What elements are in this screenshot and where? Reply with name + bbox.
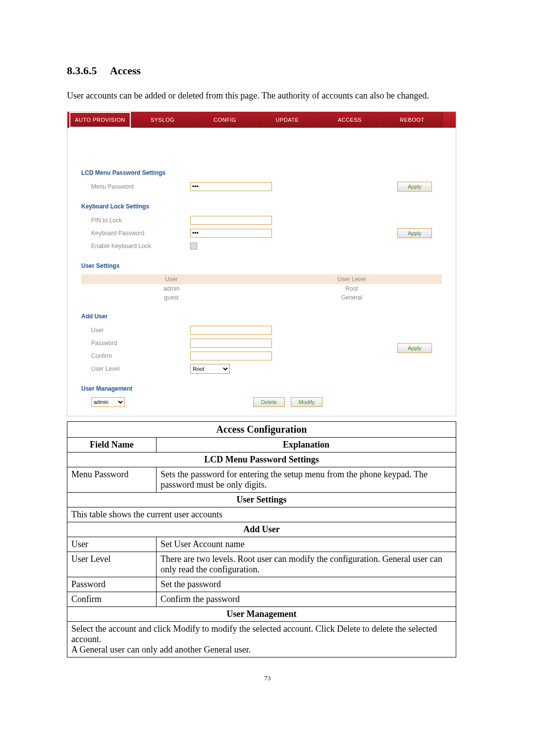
tab-reboot[interactable]: REBOOT bbox=[381, 112, 443, 128]
add-user-password-row: Password Apply bbox=[91, 338, 442, 349]
user-settings-table: User User Level admin Root guest General bbox=[81, 274, 442, 302]
enable-keyboard-lock-row: Enable Keyboard Lock bbox=[91, 241, 442, 252]
kbl-section-title: Keyboard Lock Settings bbox=[81, 203, 442, 210]
enable-keyboard-lock-checkbox[interactable] bbox=[190, 243, 197, 250]
cfg-full-row: This table shows the current user accoun… bbox=[67, 507, 456, 522]
tab-access[interactable]: ACCESS bbox=[319, 112, 380, 128]
user-management-title: User Management bbox=[81, 385, 442, 392]
keyboard-password-row: Keyboard Password Apply bbox=[91, 228, 442, 239]
tab-bar: AUTO PROVISION SYSLOG CONFIG UPDATE ACCE… bbox=[67, 112, 456, 128]
keyboard-password-label: Keyboard Password bbox=[91, 230, 190, 237]
user-management-row: admin Delete Modify bbox=[91, 397, 442, 407]
lcd-section-title: LCD Menu Password Settings bbox=[81, 169, 442, 176]
pin-row: PIN to Lock bbox=[91, 215, 442, 226]
pin-label: PIN to Lock bbox=[91, 217, 190, 224]
add-user-level-select[interactable]: Root bbox=[190, 364, 230, 374]
cfg-header-explanation: Explanation bbox=[157, 438, 456, 453]
add-user-user-input[interactable] bbox=[190, 326, 272, 335]
cfg-caption: Access Configuration bbox=[67, 422, 456, 438]
cfg-section: User Management bbox=[67, 607, 456, 622]
user-settings-title: User Settings bbox=[81, 262, 442, 269]
cfg-text-line: Select the account and click Modify to m… bbox=[71, 624, 437, 644]
section-heading: 8.3.6.5 Access bbox=[67, 64, 468, 77]
modify-button[interactable]: Modify bbox=[291, 397, 322, 407]
pin-input[interactable] bbox=[190, 216, 272, 225]
cfg-field-name: Confirm bbox=[67, 592, 157, 607]
enable-keyboard-lock-label: Enable Keyboard Lock bbox=[91, 243, 190, 250]
add-user-user-label: User bbox=[91, 327, 190, 334]
cfg-section: User Settings bbox=[67, 493, 456, 507]
cfg-explanation: There are two levels. Root user can modi… bbox=[157, 552, 456, 577]
tab-config[interactable]: CONFIG bbox=[194, 112, 256, 128]
cfg-explanation: Confirm the password bbox=[157, 592, 456, 607]
cfg-field-name: User Level bbox=[67, 552, 157, 577]
delete-button[interactable]: Delete bbox=[253, 397, 285, 407]
kbl-apply-button[interactable]: Apply bbox=[397, 228, 432, 238]
add-user-password-input[interactable] bbox=[190, 339, 272, 348]
add-user-confirm-input[interactable] bbox=[190, 352, 272, 360]
intro-paragraph: User accounts can be added or deleted fr… bbox=[67, 89, 468, 102]
add-user-level-row: User Level Root bbox=[91, 363, 442, 374]
menu-password-row: Menu Password Apply bbox=[91, 181, 442, 192]
add-user-user-row: User bbox=[91, 325, 442, 336]
table-row: guest bbox=[81, 293, 262, 302]
add-user-title: Add User bbox=[81, 313, 442, 320]
menu-password-input[interactable] bbox=[190, 182, 272, 191]
page-number: 73 bbox=[67, 674, 468, 682]
panel-body: LCD Menu Password Settings Menu Password… bbox=[67, 128, 456, 416]
table-row: admin bbox=[81, 284, 262, 293]
cfg-full-row: Select the account and click Modify to m… bbox=[67, 622, 456, 657]
tab-syslog[interactable]: SYSLOG bbox=[132, 112, 193, 128]
cfg-text-line: A General user can only add another Gene… bbox=[71, 645, 251, 655]
section-number: 8.3.6.5 bbox=[67, 64, 97, 77]
lcd-apply-button[interactable]: Apply bbox=[397, 182, 432, 192]
screenshot-panel: AUTO PROVISION SYSLOG CONFIG UPDATE ACCE… bbox=[67, 111, 456, 416]
cfg-section: LCD Menu Password Settings bbox=[67, 453, 456, 467]
keyboard-password-input[interactable] bbox=[190, 229, 272, 238]
level-col-header: User Level bbox=[262, 274, 442, 284]
tab-update[interactable]: UPDATE bbox=[257, 112, 318, 128]
add-user-confirm-label: Confirm bbox=[91, 353, 190, 359]
add-user-level-label: User Level bbox=[91, 365, 190, 372]
menu-password-label: Menu Password bbox=[91, 183, 190, 190]
cfg-explanation: Sets the password for entering the setup… bbox=[157, 467, 456, 493]
cfg-explanation: Set User Account name bbox=[157, 537, 456, 552]
cfg-explanation: Set the password bbox=[157, 577, 456, 592]
cfg-section: Add User bbox=[67, 522, 456, 537]
section-title: Access bbox=[110, 64, 141, 77]
add-user-apply-button[interactable]: Apply bbox=[397, 343, 432, 353]
tab-auto-provision[interactable]: AUTO PROVISION bbox=[69, 112, 131, 128]
user-management-select[interactable]: admin bbox=[91, 397, 125, 407]
cfg-field-name: User bbox=[67, 537, 157, 552]
add-user-password-label: Password bbox=[91, 340, 190, 347]
table-row: Root bbox=[262, 284, 442, 293]
cfg-field-name: Menu Password bbox=[67, 467, 157, 493]
access-configuration-table: Access Configuration Field Name Explanat… bbox=[67, 421, 456, 657]
table-row: General bbox=[262, 293, 442, 302]
cfg-field-name: Password bbox=[67, 577, 157, 592]
user-col-header: User bbox=[81, 274, 262, 284]
cfg-header-field: Field Name bbox=[67, 438, 157, 453]
